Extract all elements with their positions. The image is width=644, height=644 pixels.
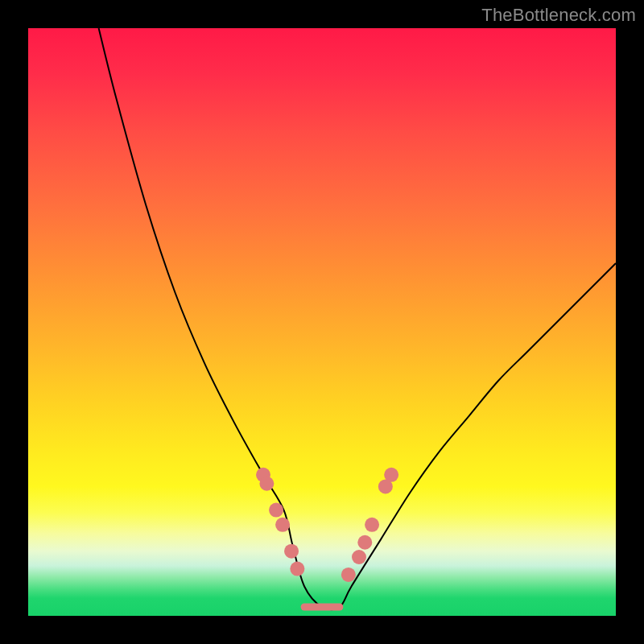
marker-right-wall-markers xyxy=(352,550,366,564)
marker-left-wall-markers xyxy=(290,562,304,576)
chart-svg xyxy=(28,28,616,616)
outer-frame: TheBottleneck.com xyxy=(0,0,644,644)
marker-left-wall-markers xyxy=(269,503,283,518)
series-bottleneck-curve xyxy=(99,28,616,609)
marker-left-wall-markers xyxy=(275,518,290,532)
marker-right-wall-markers xyxy=(384,468,398,482)
marker-left-wall-markers xyxy=(259,477,274,491)
plot-area xyxy=(28,28,616,616)
marker-right-wall-markers xyxy=(357,535,372,550)
marker-right-wall-markers xyxy=(341,568,356,582)
marker-right-wall-markers xyxy=(365,518,379,532)
marker-left-wall-markers xyxy=(284,544,299,559)
attribution-watermark: TheBottleneck.com xyxy=(481,5,636,26)
